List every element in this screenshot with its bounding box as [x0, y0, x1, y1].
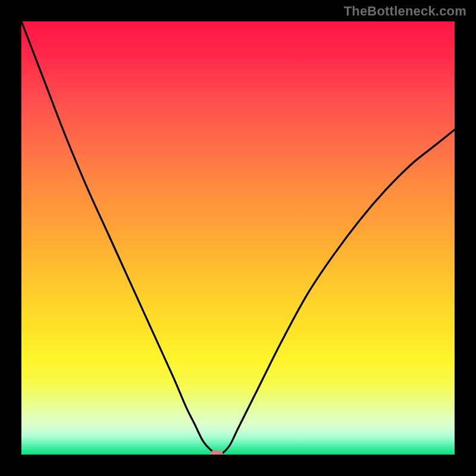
plot-area [21, 21, 455, 455]
watermark-text: TheBottleneck.com [344, 4, 466, 19]
bottleneck-curve [21, 21, 455, 455]
optimum-marker [210, 450, 223, 455]
chart-frame: TheBottleneck.com [0, 0, 476, 476]
